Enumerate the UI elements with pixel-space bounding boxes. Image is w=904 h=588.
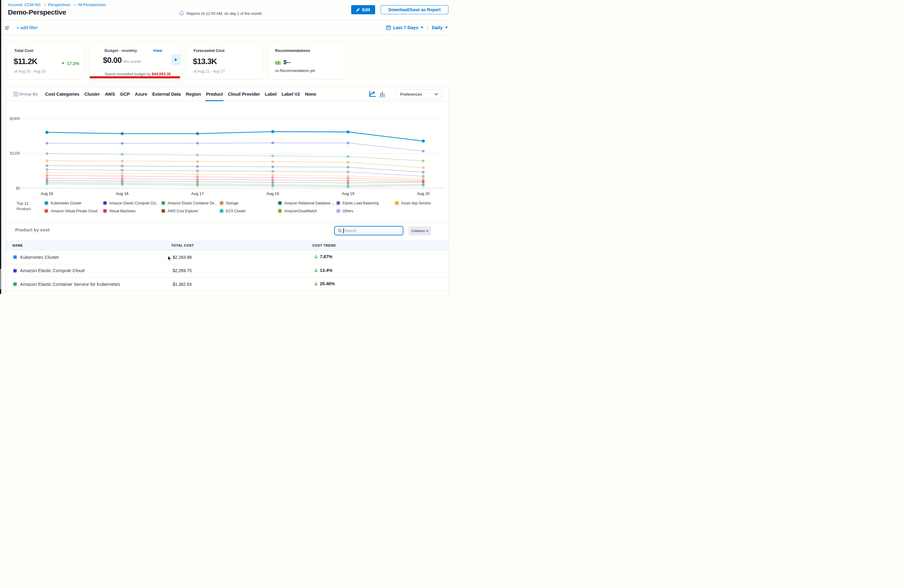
chevron-down-icon[interactable] xyxy=(420,27,424,28)
budget-view-link[interactable]: View xyxy=(153,48,162,53)
time-range-select[interactable]: Last 7 Days xyxy=(393,25,418,30)
group-by-tab-external-data[interactable]: External Data xyxy=(152,87,181,101)
group-by-tab-aws[interactable]: AWS xyxy=(105,87,115,101)
column-header-name[interactable]: NAME xyxy=(13,243,23,247)
group-by-tab-label[interactable]: Label xyxy=(265,87,277,101)
cost-line-chart[interactable]: $0$1200$2400Aug 15Aug 16Aug 17Aug 18Aug … xyxy=(6,107,449,198)
chevron-down-icon[interactable] xyxy=(445,27,448,28)
series-marker[interactable] xyxy=(271,170,274,173)
series-marker[interactable] xyxy=(271,174,274,177)
legend-item-azure-app-service[interactable]: Azure App Service xyxy=(394,201,431,206)
series-marker[interactable] xyxy=(46,168,48,171)
breadcrumb-account-link[interactable]: Account: CCM-NG xyxy=(8,2,41,7)
series-marker[interactable] xyxy=(422,171,425,174)
line-chart-icon[interactable] xyxy=(369,91,376,97)
group-by-tab-product[interactable]: Product xyxy=(206,87,223,101)
series-marker[interactable] xyxy=(196,178,199,181)
collapsed-sidenav[interactable] xyxy=(0,0,1,294)
series-marker[interactable] xyxy=(46,174,48,177)
series-marker[interactable] xyxy=(346,142,349,144)
series-marker[interactable] xyxy=(271,155,274,157)
breadcrumb-perspectives-link[interactable]: Perspectives xyxy=(48,2,71,7)
group-by-tab-cloud-provider[interactable]: Cloud Provider xyxy=(228,87,260,101)
legend-item-amazon-elastic-container-service-for-kubernetes[interactable]: Amazon Elastic Container Se... xyxy=(161,201,217,206)
series-marker[interactable] xyxy=(271,130,274,133)
series-marker[interactable] xyxy=(196,169,199,172)
legend-item-amazon-relational-database-service[interactable]: Amazon Relational Database ... xyxy=(277,201,335,206)
table-row-kubernetes-cluster[interactable]: Kubernetes Cluster$2,283.987.87% xyxy=(6,251,449,264)
granularity-select[interactable]: Daily xyxy=(431,25,443,30)
series-marker[interactable] xyxy=(271,176,274,179)
group-by-tab-azure[interactable]: Azure xyxy=(135,87,147,101)
legend-item-amazoncloudwatch[interactable]: AmazonCloudWatch xyxy=(277,209,317,214)
edit-button[interactable]: Edit xyxy=(351,5,375,14)
series-marker[interactable] xyxy=(346,161,349,163)
series-marker[interactable] xyxy=(271,160,274,163)
series-marker[interactable] xyxy=(346,155,349,158)
series-marker[interactable] xyxy=(46,177,48,180)
sidenav-scrollbar-thumb[interactable] xyxy=(0,269,1,289)
table-row-amazon-elastic-compute-cloud[interactable]: Amazon Elastic Compute Cloud$2,269.7513.… xyxy=(6,264,449,278)
columns-button[interactable]: Columns xyxy=(409,226,431,236)
series-marker[interactable] xyxy=(422,166,425,169)
group-by-tab-label-v2[interactable]: Label V2 xyxy=(281,87,300,101)
series-marker[interactable] xyxy=(121,177,123,180)
legend-item-virtual-machines[interactable]: Virtual Machines xyxy=(103,209,136,214)
legend-item-amazon-elastic-compute-cloud[interactable]: Amazon Elastic Compute Clo... xyxy=(103,201,159,206)
series-marker[interactable] xyxy=(46,160,48,162)
legend-item-aws-cost-explorer[interactable]: AWS Cost Explorer xyxy=(161,209,198,214)
preferences-button[interactable]: Preferences xyxy=(395,89,442,99)
series-marker[interactable] xyxy=(196,165,199,168)
group-by-tab-cluster[interactable]: Cluster xyxy=(84,87,100,101)
series-marker[interactable] xyxy=(45,131,48,134)
column-header-cost-trend[interactable]: COST TREND xyxy=(312,243,336,247)
group-by-tab-gcp[interactable]: GCP xyxy=(120,87,130,101)
breadcrumb-all-perspectives-link[interactable]: All Perspectives xyxy=(78,2,106,7)
series-marker[interactable] xyxy=(346,171,349,174)
table-search-input[interactable]: Search xyxy=(334,226,403,236)
series-marker[interactable] xyxy=(271,179,274,181)
series-marker[interactable] xyxy=(196,154,199,156)
series-marker[interactable] xyxy=(121,169,123,172)
bar-chart-icon[interactable] xyxy=(379,91,386,97)
budget-carousel-next-button[interactable] xyxy=(172,54,180,65)
series-marker[interactable] xyxy=(46,152,48,155)
series-marker[interactable] xyxy=(196,173,199,175)
legend-item-storage[interactable]: Storage xyxy=(219,201,239,206)
series-marker[interactable] xyxy=(121,175,123,177)
add-filter-button[interactable]: + add filter xyxy=(16,25,38,30)
series-marker[interactable] xyxy=(46,171,48,174)
series-marker[interactable] xyxy=(196,132,199,135)
group-by-tab-cost-categories[interactable]: Cost Categories xyxy=(45,87,80,101)
series-marker[interactable] xyxy=(46,142,48,145)
group-by-tab-none[interactable]: None xyxy=(305,87,316,101)
legend-item-amazon-virtual-private-cloud[interactable]: Amazon Virtual Private Cloud xyxy=(44,209,98,214)
series-marker[interactable] xyxy=(422,177,425,180)
filter-sliders-icon[interactable] xyxy=(5,25,9,30)
download-save-report-button[interactable]: Download/Save as Report xyxy=(381,5,448,14)
legend-item-kubernetes-cluster[interactable]: Kubernetes Cluster xyxy=(44,201,81,206)
table-row-amazon-elastic-container-service-for-kubernetes[interactable]: Amazon Elastic Container Service for Kub… xyxy=(6,278,449,291)
series-marker[interactable] xyxy=(346,175,349,177)
legend-item-ecs-cluster[interactable]: ECS Cluster xyxy=(219,209,245,214)
group-by-tab-region[interactable]: Region xyxy=(186,87,201,101)
series-marker[interactable] xyxy=(346,166,349,169)
series-marker[interactable] xyxy=(121,172,123,175)
series-marker[interactable] xyxy=(120,132,123,135)
column-header-total-cost[interactable]: TOTAL COST xyxy=(171,243,194,247)
legend-item-others[interactable]: Others xyxy=(336,209,353,214)
series-marker[interactable] xyxy=(121,164,123,168)
series-marker[interactable] xyxy=(422,160,425,162)
series-marker[interactable] xyxy=(271,165,274,168)
series-marker[interactable] xyxy=(196,175,199,178)
series-marker[interactable] xyxy=(121,142,123,145)
series-marker[interactable] xyxy=(422,139,425,142)
series-marker[interactable] xyxy=(271,142,274,144)
series-marker[interactable] xyxy=(196,142,199,145)
series-marker[interactable] xyxy=(422,150,425,152)
series-marker[interactable] xyxy=(422,175,425,178)
series-marker[interactable] xyxy=(121,160,123,163)
series-marker[interactable] xyxy=(346,179,349,182)
series-marker[interactable] xyxy=(346,130,349,133)
series-marker[interactable] xyxy=(196,160,199,163)
